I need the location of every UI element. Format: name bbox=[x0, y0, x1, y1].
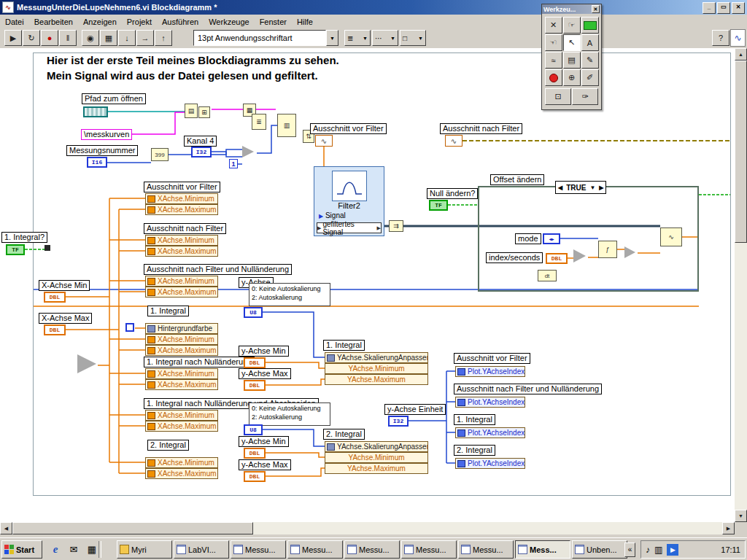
task-button-messung-4[interactable]: Messu... bbox=[401, 540, 457, 559]
express-vi-input-row[interactable]: ▶ Signal bbox=[319, 211, 346, 219]
string-constant-messkurven[interactable]: \messkurven bbox=[81, 129, 132, 140]
ring-constant-autoscale-2[interactable]: 0: Keine Autoskalierung 2: Autoskalierun… bbox=[249, 402, 330, 426]
property-node-title[interactable]: Ausschnitt nach Filter und Nulländerung bbox=[144, 264, 292, 275]
property-row[interactable]: XAchse.Minimum bbox=[145, 410, 218, 421]
label-ausschnitt-nach-filter[interactable]: Ausschnitt nach Filter bbox=[440, 123, 522, 134]
label-x-achse-max[interactable]: X-Achse Max bbox=[39, 313, 92, 324]
label-x-achse-min[interactable]: X-Achse Min bbox=[39, 280, 90, 291]
set-color-tool-icon[interactable]: ✑ bbox=[572, 88, 598, 105]
property-row[interactable]: YAchse.SkalierungAnpassen bbox=[325, 352, 428, 363]
menu-hilfe[interactable]: Hilfe bbox=[292, 16, 318, 28]
get-color-tool-icon[interactable]: ⊡ bbox=[545, 88, 571, 105]
menu-anzeigen[interactable]: Anzeigen bbox=[78, 16, 122, 28]
multiply-node[interactable] bbox=[573, 249, 586, 262]
property-row[interactable]: Plot.YAchseIndex bbox=[455, 458, 525, 469]
property-node-title[interactable]: 1. Integral nach Nulländerung bbox=[144, 357, 255, 368]
scroll-right-icon[interactable]: ▶ bbox=[722, 522, 735, 534]
tools-palette-close-icon[interactable]: ✕ bbox=[592, 5, 600, 13]
label-index-seconds[interactable]: index/seconds bbox=[486, 252, 543, 263]
property-row[interactable]: XAchse.Maximum bbox=[145, 421, 218, 432]
property-node-title[interactable]: 1. Integral bbox=[147, 306, 189, 316]
property-row[interactable]: XAchse.Minimum bbox=[145, 235, 218, 246]
menu-bearbeiten[interactable]: Bearbeiten bbox=[29, 16, 78, 28]
mode-enum-terminal[interactable]: ◀▶ bbox=[543, 233, 560, 244]
horizontal-scrollbar[interactable]: ◀ ▶ bbox=[0, 522, 735, 534]
label-pfad-zum-oeffnen[interactable]: Pfad zum öffnen bbox=[82, 93, 146, 104]
property-row[interactable]: XAchse.Maximum bbox=[145, 345, 218, 356]
property-row[interactable]: XAchse.Minimum bbox=[145, 276, 218, 287]
property-node-title[interactable]: Ausschnitt nach Filter und Nulländerung bbox=[454, 384, 602, 394]
menu-fenster[interactable]: Fenster bbox=[255, 16, 292, 28]
dbl-terminal-y-min-2[interactable]: DBL bbox=[244, 448, 266, 459]
case-dropdown-icon[interactable]: ▼ bbox=[589, 184, 595, 191]
position-tool-icon[interactable]: ↖ bbox=[563, 34, 581, 51]
label-offset-aendern[interactable]: Offset ändern bbox=[490, 174, 544, 185]
scroll-up-icon[interactable]: ▲ bbox=[735, 48, 747, 61]
i32-terminal-einheit[interactable]: I32 bbox=[388, 416, 409, 427]
select-node[interactable] bbox=[77, 354, 96, 373]
step-out-button[interactable]: ↑ bbox=[155, 30, 172, 46]
probe-tool-icon[interactable]: ⊕ bbox=[563, 69, 581, 86]
graph-terminal-vor-filter[interactable]: ∿ bbox=[315, 135, 333, 147]
horizontal-scroll-thumb[interactable] bbox=[12, 522, 253, 534]
label-1-integral-frage[interactable]: 1. Integral? bbox=[1, 232, 47, 243]
property-row[interactable]: XAchse.Minimum bbox=[145, 193, 218, 204]
abort-button[interactable]: ● bbox=[41, 30, 58, 46]
free-comment-line2[interactable]: Mein Signal wird aus der Datei gelesen u… bbox=[47, 69, 318, 82]
retain-wire-values-button[interactable]: ▦ bbox=[100, 30, 117, 46]
numeric-constant-399[interactable]: 399 bbox=[151, 148, 169, 161]
graph-terminal-nach-filter[interactable]: ∿ bbox=[445, 135, 462, 147]
property-row[interactable]: XAchse.Minimum bbox=[145, 368, 218, 379]
label-mode[interactable]: mode bbox=[515, 233, 541, 244]
breakpoint-tool-icon[interactable] bbox=[545, 69, 562, 86]
edit-text-tool-icon[interactable]: A bbox=[581, 34, 599, 51]
property-node-title[interactable]: 1. Integral bbox=[454, 414, 495, 425]
dbl-terminal-y-max-1[interactable]: DBL bbox=[244, 380, 266, 391]
task-button-messung-active[interactable]: Mess... bbox=[515, 540, 570, 559]
property-row[interactable]: YAchse.Maximum bbox=[325, 374, 428, 385]
property-node-title[interactable]: Ausschnitt vor Filter bbox=[144, 182, 220, 192]
build-waveform-icon[interactable]: ∿ bbox=[660, 228, 682, 246]
color-box-constant[interactable] bbox=[125, 323, 134, 332]
menu-werkzeuge[interactable]: Werkzeuge bbox=[204, 16, 254, 28]
tf-terminal-null-aendern[interactable]: TF bbox=[429, 200, 448, 211]
align-objects-button[interactable]: ≣▼ bbox=[344, 30, 371, 46]
filter2-express-vi[interactable]: Filter2 ▶ Signal ▶gefiltertes Signal▶ bbox=[314, 166, 384, 236]
property-row[interactable]: YAchse.Maximum bbox=[325, 463, 428, 474]
run-button[interactable]: ▶ bbox=[4, 30, 22, 46]
dbl-terminal-x-max[interactable]: DBL bbox=[44, 324, 66, 335]
property-node-title[interactable]: 2. Integral bbox=[323, 429, 365, 440]
property-row[interactable]: YAchse.Minimum bbox=[325, 363, 428, 374]
numeric-constant-1[interactable]: 1 bbox=[229, 159, 238, 168]
label-kanal-4[interactable]: Kanal 4 bbox=[184, 136, 217, 147]
dbl-terminal-index-seconds[interactable]: DBL bbox=[546, 253, 568, 264]
media-play-tray-icon[interactable]: ▶ bbox=[667, 544, 678, 556]
vertical-scroll-thumb[interactable] bbox=[735, 61, 747, 243]
case-selector[interactable]: ◀ TRUE ▼ ▶ bbox=[555, 181, 606, 194]
property-row[interactable]: XAchse.Minimum bbox=[145, 457, 218, 468]
label-y-achse-max-2[interactable]: y-Achse Max bbox=[239, 459, 291, 470]
index-array-node[interactable] bbox=[242, 146, 254, 158]
label-messungsnummer[interactable]: Messungsnummer bbox=[66, 145, 138, 156]
property-node-title[interactable]: Ausschnitt vor Filter bbox=[454, 353, 530, 364]
label-y-achse-min-1[interactable]: y-Achse Min bbox=[239, 346, 289, 357]
task-button-messung-5[interactable]: Messu... bbox=[458, 540, 514, 559]
pause-button[interactable]: ‖ bbox=[59, 30, 77, 46]
property-row[interactable]: Plot.YAchseIndex bbox=[455, 427, 525, 438]
offset-function-icon[interactable]: ƒ bbox=[598, 241, 617, 258]
path-terminal[interactable] bbox=[83, 106, 108, 117]
task-button-labview[interactable]: LabVI... bbox=[174, 540, 229, 559]
dbl-terminal-y-max-2[interactable]: DBL bbox=[244, 471, 266, 482]
show-desktop-icon[interactable]: ▦ bbox=[85, 542, 99, 556]
property-row[interactable]: XAchse.Maximum bbox=[145, 246, 218, 257]
minimize-button[interactable]: _ bbox=[703, 2, 716, 14]
express-vi-output-row[interactable]: ▶gefiltertes Signal▶ bbox=[317, 222, 382, 233]
font-selector-dropdown-icon[interactable]: ▼ bbox=[326, 30, 338, 46]
property-node-title[interactable]: 1. Integral bbox=[323, 340, 365, 351]
pen-tool-icon[interactable]: ✎ bbox=[581, 52, 599, 69]
block-diagram-canvas[interactable]: Hier ist der erste Teil meines Blockdiag… bbox=[0, 48, 735, 522]
case-prev-icon[interactable]: ◀ bbox=[558, 184, 562, 191]
tools-palette-titlebar[interactable]: Werkzeu... ✕ bbox=[542, 4, 601, 14]
wire-tool-icon[interactable]: ≈ bbox=[545, 52, 562, 69]
property-row[interactable]: Plot.YAchseIndex bbox=[455, 397, 525, 408]
